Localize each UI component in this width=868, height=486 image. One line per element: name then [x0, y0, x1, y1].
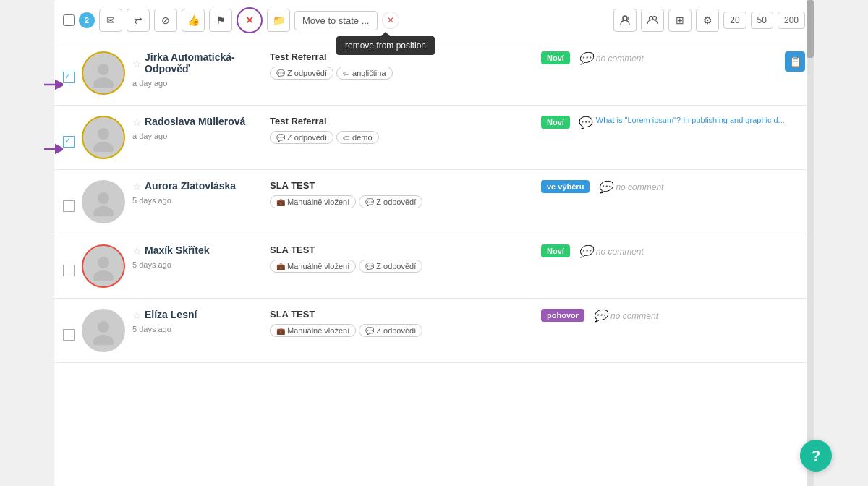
svg-point-2: [650, 17, 653, 20]
candidate-row-4: ☆Maxík Skřítek5 days agoSLA TEST💼Manuáln…: [54, 234, 814, 299]
tooltip-text: remove from position: [336, 36, 435, 55]
add-candidate-button[interactable]: [613, 9, 637, 32]
remove-from-position-button[interactable]: ✕: [237, 7, 263, 33]
group-button[interactable]: [641, 9, 664, 32]
candidate-time-1: a day ago: [132, 79, 263, 88]
share-button[interactable]: ⇄: [127, 9, 150, 32]
selected-count-badge: 2: [79, 12, 95, 28]
candidate-info-2: ☆Radoslava Müllerováa day ago: [132, 116, 263, 140]
move-to-state-button[interactable]: Move to state ...: [294, 11, 378, 30]
like-button[interactable]: 👍: [182, 9, 205, 32]
candidate-name-5[interactable]: Elíza Lesní: [145, 309, 197, 320]
job-info-3: SLA TEST💼Manuálně vložení💬Z odpovědí: [270, 180, 534, 211]
tooltip: remove from position: [336, 36, 435, 55]
candidate-name-2[interactable]: Radoslava Müllerová: [145, 116, 245, 127]
job-title-2: Test Referral: [270, 116, 534, 127]
star-icon-5[interactable]: ☆: [132, 310, 142, 321]
settings-button[interactable]: ⚙: [696, 9, 719, 32]
arrow-indicator-1: [43, 77, 63, 95]
star-icon-1[interactable]: ☆: [132, 58, 142, 69]
table-view-button[interactable]: ⊞: [668, 9, 692, 32]
tag-4-0: 💼Manuálně vložení: [270, 260, 356, 273]
row-checkbox-4[interactable]: [63, 265, 75, 276]
svg-point-9: [93, 142, 114, 152]
candidate-time-2: a day ago: [132, 132, 263, 140]
status-badge-5: pohovor: [541, 309, 584, 322]
svg-point-0: [623, 16, 627, 20]
candidate-row-3: ☆Aurora Zlatovláska5 days agoSLA TEST💼Ma…: [54, 170, 814, 234]
scrollbar-track[interactable]: [807, 0, 814, 486]
job-info-2: Test Referral💬Z odpovědí🏷demo: [270, 116, 534, 147]
tag-4-1: 💬Z odpovědí: [359, 260, 422, 273]
tag-1-1: 🏷angličtina: [336, 67, 392, 80]
avatar-4: [82, 244, 125, 288]
job-info-4: SLA TEST💼Manuálně vložení💬Z odpovědí: [270, 244, 534, 276]
row-checkbox-3[interactable]: [63, 200, 75, 212]
tag-2-0: 💬Z odpovědí: [270, 131, 333, 144]
candidate-name-4[interactable]: Maxík Skřítek: [145, 244, 210, 256]
candidate-time-5: 5 days ago: [132, 325, 263, 333]
candidate-info-3: ☆Aurora Zlatovláska5 days ago: [132, 180, 263, 205]
star-icon-4[interactable]: ☆: [132, 245, 142, 257]
svg-point-8: [98, 128, 109, 140]
svg-point-14: [98, 321, 109, 333]
svg-point-13: [93, 270, 114, 281]
scrollbar-thumb[interactable]: [807, 0, 814, 58]
comment-col-2: 💬 What is "Lorem ipsum"? In publishing a…: [579, 116, 805, 129]
star-icon-3[interactable]: ☆: [132, 181, 142, 192]
main-content: 2 ✉ ⇄ ⊘ 👍 ⚑ ✕ 📁 Move to state ... ✕: [54, 0, 814, 486]
job-info-1: Test Referral💬Z odpovědí🏷angličtina: [270, 51, 534, 82]
pagination-200[interactable]: 200: [778, 12, 805, 29]
email-button[interactable]: ✉: [99, 9, 122, 32]
flag-button[interactable]: ⚑: [209, 9, 232, 32]
clear-filter-button[interactable]: ✕: [382, 12, 399, 29]
row-checkbox-1[interactable]: ✓: [63, 72, 75, 83]
job-title-5: SLA TEST: [270, 309, 534, 320]
avatar-2: [82, 116, 125, 159]
star-icon-2[interactable]: ☆: [132, 116, 142, 128]
no-comment-5: 💬 no comment: [593, 309, 805, 323]
page-wrapper: 2 ✉ ⇄ ⊘ 👍 ⚑ ✕ 📁 Move to state ... ✕: [0, 0, 868, 486]
tag-5-1: 💬Z odpovědí: [359, 324, 422, 337]
svg-point-3: [653, 17, 657, 20]
candidate-row-2: ✓ ☆Radoslava Müllerováa day agoTest Refe…: [54, 106, 814, 170]
status-badge-3: ve výběru: [541, 180, 590, 193]
help-button[interactable]: ?: [800, 440, 832, 472]
svg-point-11: [93, 206, 114, 216]
pagination-50[interactable]: 50: [751, 12, 773, 29]
tag-3-0: 💼Manuálně vložení: [270, 195, 356, 208]
status-badge-1: Noví: [541, 51, 570, 64]
reject-button[interactable]: ⊘: [154, 9, 177, 32]
candidate-row-5: ☆Elíza Lesní5 days agoSLA TEST💼Manuálně …: [54, 299, 814, 363]
tag-5-0: 💼Manuálně vložení: [270, 324, 356, 337]
candidates-list: ✓ ☆Jirka Automatická-Odpověďa day agoTes…: [54, 41, 814, 363]
toolbar-right: ⊞ ⚙ 20 50 200: [613, 9, 805, 32]
row-checkbox-5[interactable]: [63, 329, 75, 341]
archive-button[interactable]: 📁: [267, 9, 290, 32]
candidate-name-3[interactable]: Aurora Zlatovláska: [145, 180, 236, 192]
no-comment-1: 💬 no comment: [579, 51, 776, 65]
candidate-name-1[interactable]: Jirka Automatická-Odpověď: [145, 51, 263, 74]
comment-text-2: 💬 What is "Lorem ipsum"? In publishing a…: [579, 116, 805, 129]
job-title-4: SLA TEST: [270, 244, 534, 255]
svg-point-6: [93, 77, 114, 88]
svg-point-10: [98, 192, 109, 204]
svg-point-12: [98, 257, 109, 268]
toolbar: 2 ✉ ⇄ ⊘ 👍 ⚑ ✕ 📁 Move to state ... ✕: [54, 0, 814, 41]
candidate-info-5: ☆Elíza Lesní5 days ago: [132, 309, 263, 333]
candidate-info-4: ☆Maxík Skřítek5 days ago: [132, 244, 263, 269]
arrow-indicator-2: [43, 142, 63, 160]
tag-2-1: 🏷demo: [336, 131, 379, 144]
comment-col-5: 💬 no comment: [593, 309, 805, 323]
avatar-3: [82, 180, 125, 223]
pagination-20[interactable]: 20: [723, 12, 746, 29]
avatar-1: [82, 51, 125, 95]
avatar-5: [82, 309, 125, 352]
svg-point-15: [93, 335, 114, 345]
book-icon-1[interactable]: 📋: [785, 51, 805, 72]
candidate-time-4: 5 days ago: [132, 260, 263, 269]
comment-col-1: 💬 no comment: [579, 51, 776, 65]
select-all-checkbox[interactable]: [63, 14, 75, 26]
no-comment-4: 💬 no comment: [579, 244, 805, 258]
row-checkbox-2[interactable]: ✓: [63, 136, 75, 148]
